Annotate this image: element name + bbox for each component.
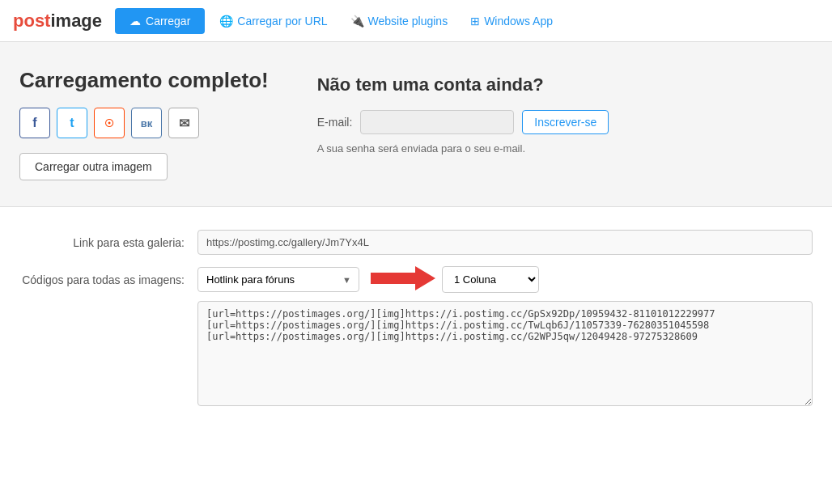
- plugins-link[interactable]: 🔌 Website plugins: [339, 8, 460, 34]
- upload-another-button[interactable]: Carregar outra imagem: [19, 153, 168, 180]
- success-title: Carregamento completo!: [19, 68, 269, 93]
- logo: postimage: [13, 11, 102, 32]
- register-title: Não tem uma conta ainda?: [317, 74, 813, 95]
- twitter-share-button[interactable]: t: [57, 108, 87, 138]
- top-section: Carregamento completo! f t ☉ вк ✉ Carreg…: [0, 42, 832, 207]
- windows-link[interactable]: ⊞ Windows App: [459, 8, 564, 34]
- gallery-link-input[interactable]: [197, 230, 813, 255]
- columns-select[interactable]: 1 Coluna 2 Colunas 3 Colunas: [442, 266, 539, 293]
- reddit-share-button[interactable]: ☉: [94, 108, 125, 138]
- email-share-button[interactable]: ✉: [168, 108, 199, 138]
- email-input[interactable]: [360, 110, 514, 134]
- gallery-row: Link para esta galeria:: [19, 230, 813, 255]
- globe-icon: 🌐: [219, 15, 233, 28]
- codes-label: Códigos para todas as imagens:: [19, 273, 197, 286]
- facebook-share-button[interactable]: f: [19, 108, 50, 138]
- windows-icon: ⊞: [470, 15, 480, 28]
- password-hint: A sua senha será enviada para o seu e-ma…: [317, 142, 813, 155]
- codes-controls: Hotlink para fóruns Hotlink direto BBCod…: [197, 266, 813, 293]
- social-buttons: f t ☉ вк ✉: [19, 108, 269, 138]
- codes-type-select[interactable]: Hotlink para fóruns Hotlink direto BBCod…: [197, 267, 359, 292]
- right-section: Não tem uma conta ainda? E-mail: Inscrev…: [317, 68, 813, 180]
- vk-share-button[interactable]: вк: [131, 108, 162, 138]
- navbar: postimage ☁ Carregar 🌐 Carregar por URL …: [0, 0, 832, 42]
- columns-select-wrapper: 1 Coluna 2 Colunas 3 Colunas: [442, 266, 539, 293]
- codes-row: Códigos para todas as imagens: Hotlink p…: [19, 266, 813, 293]
- codes-textarea[interactable]: [url=https://postimages.org/][img]https:…: [197, 301, 813, 406]
- upload-button[interactable]: ☁ Carregar: [115, 8, 205, 34]
- email-row: E-mail: Inscrever-se: [317, 110, 813, 134]
- email-label: E-mail:: [317, 116, 353, 129]
- gallery-label: Link para esta galeria:: [19, 236, 197, 249]
- red-arrow-icon: [371, 266, 435, 293]
- svg-marker-0: [371, 266, 435, 290]
- bottom-section: Link para esta galeria: Códigos para tod…: [0, 207, 832, 406]
- codes-select-wrapper: Hotlink para fóruns Hotlink direto BBCod…: [197, 267, 359, 292]
- upload-url-link[interactable]: 🌐 Carregar por URL: [208, 8, 338, 34]
- cloud-icon: ☁: [129, 15, 141, 28]
- upload-btn-label: Carregar: [146, 15, 190, 28]
- subscribe-button[interactable]: Inscrever-se: [522, 110, 609, 134]
- left-section: Carregamento completo! f t ☉ вк ✉ Carreg…: [19, 68, 269, 180]
- puzzle-icon: 🔌: [350, 15, 364, 28]
